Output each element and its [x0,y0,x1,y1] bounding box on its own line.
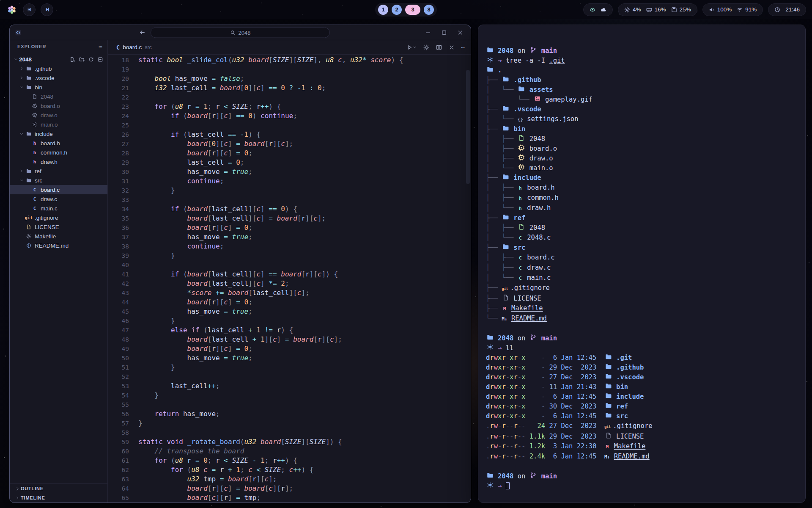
code-line[interactable]: 23 for (u8 r = 1; r < SIZE; r++) { [108,102,471,111]
explorer-item-draw.h[interactable]: hdraw.h [10,157,107,166]
code-line[interactable]: 52 [108,372,471,381]
code-line[interactable]: 54 } [108,391,471,400]
workspace-2[interactable]: 2 [392,5,402,15]
workspace-1[interactable]: 1 [378,5,388,15]
code-line[interactable]: 51 } [108,363,471,372]
close-button[interactable] [457,30,463,36]
code-line[interactable]: 50 has_move = true; [108,353,471,363]
code-line[interactable]: 43 *score += board[last_cell][c]; [108,288,471,298]
code-line[interactable]: 56 return has_move; [108,409,471,419]
explorer-item-include[interactable]: include [10,129,107,138]
maximize-button[interactable] [441,30,447,36]
timeline-section[interactable]: TIMELINE [10,493,107,502]
explorer-item-ref[interactable]: ref [10,166,107,176]
code-line[interactable]: 34 if (board[last_cell][c] == 0) { [108,204,471,214]
code-line[interactable]: 32 } [108,186,471,195]
close-editor-button[interactable] [449,44,455,50]
explorer-item-board.h[interactable]: hboard.h [10,138,107,148]
system-stats-widget[interactable]: 4% 16% 25% [618,3,697,16]
more-actions-button[interactable]: ⋯ [461,44,465,51]
collapse-folders-button[interactable] [98,57,103,62]
explorer-item-bin[interactable]: bin [10,83,107,92]
code-line[interactable]: 60 // transpose the board [108,447,471,456]
split-editor-button[interactable] [436,44,442,50]
explorer-item-main.c[interactable]: Cmain.c [10,204,107,213]
outline-section[interactable]: OUTLINE [10,484,107,493]
back-arrow-icon[interactable] [139,29,145,36]
workspace-8[interactable]: 8 [424,5,434,15]
explorer-item-src[interactable]: src [10,176,107,185]
refresh-explorer-button[interactable] [88,57,94,62]
code-line[interactable]: 62 for (u8 c = r + 1; c < SIZE; c++) { [108,465,471,475]
code-line[interactable]: 18static bool _slide_col(u32 board[SIZE]… [108,55,471,65]
code-line[interactable]: 30 has_move = true; [108,167,471,177]
code-line[interactable]: 33 [108,195,471,204]
explorer-item-.gitignore[interactable]: git.gitignore [10,213,107,222]
editor-scrollbar[interactable] [466,57,470,498]
explorer-item-README.md[interactable]: README.md [10,241,107,250]
explorer-item-draw.o[interactable]: draw.o [10,110,107,120]
explorer-root-folder[interactable]: 2048 [10,55,107,64]
code-editor[interactable]: 18static bool _slide_col(u32 board[SIZE]… [108,55,471,502]
code-line[interactable]: 49 board[r][c] = 0; [108,344,471,353]
code-line[interactable]: 44 board[r][c] = 0; [108,298,471,307]
code-line[interactable]: 48 board[last_cell + 1][c] = board[r][c]… [108,335,471,344]
code-line[interactable]: 39 } [108,251,471,260]
clock-widget[interactable]: 21:46 [768,3,806,16]
code-line[interactable]: 21 i32 last_cell = board[0][c] == 0 ? -1… [108,83,471,93]
explorer-more-button[interactable]: ⋯ [99,43,102,50]
code-line[interactable]: 38 continue; [108,242,471,251]
code-line[interactable]: 29 last_cell = 0; [108,158,471,167]
weather-widget[interactable] [583,3,613,16]
code-line[interactable]: 37 has_move = true; [108,232,471,242]
code-line[interactable]: 19 [108,65,471,74]
code-line[interactable]: 36 board[r][c] = 0; [108,223,471,232]
code-line[interactable]: 40 [108,260,471,270]
code-line[interactable]: 45 has_move = true; [108,307,471,316]
explorer-item-2048[interactable]: 2048 [10,92,107,101]
audio-network-widget[interactable]: 100% 91% [702,3,763,16]
code-line[interactable]: 46 } [108,316,471,326]
code-line[interactable]: 35 board[last_cell][c] = board[r][c]; [108,214,471,223]
code-line[interactable]: 53 last_cell++; [108,381,471,391]
code-line[interactable]: 59static void _rotate_board(u32 board[SI… [108,437,471,447]
run-file-button[interactable] [406,44,417,50]
code-line[interactable]: 61 for (u8 r = 0; r < SIZE - 1; r++) { [108,456,471,465]
titlebar-search[interactable]: 2048 [151,27,330,38]
code-line[interactable]: 58 [108,428,471,437]
explorer-item-common.h[interactable]: hcommon.h [10,148,107,157]
media-next-button[interactable] [41,3,53,16]
minimize-button[interactable] [425,30,431,36]
editor-titlebar[interactable]: 2048 [10,25,471,40]
code-line[interactable]: 47 else if (last_cell + 1 != r) { [108,326,471,335]
code-line[interactable]: 22 [108,93,471,102]
code-line[interactable]: 42 board[last_cell][c] *= 2; [108,279,471,288]
code-line[interactable]: 25 [108,121,471,130]
media-prev-button[interactable] [23,3,36,16]
editor-settings-button[interactable] [423,44,429,50]
new-file-button[interactable] [70,57,75,62]
explorer-item-.vscode[interactable]: .vscode [10,73,107,83]
explorer-item-Makefile[interactable]: Makefile [10,232,107,241]
code-line[interactable]: 55 [108,400,471,409]
code-line[interactable]: 41 if (board[last_cell][c] == board[r][c… [108,270,471,279]
explorer-item-.github[interactable]: .github [10,64,107,73]
code-line[interactable]: 65 board[c][r] = tmp; [108,493,471,502]
tab-board-c[interactable]: C board.c src [112,40,156,54]
explorer-item-LICENSE[interactable]: LICENSE [10,222,107,232]
code-line[interactable]: 26 if (last_cell == -1) { [108,130,471,139]
code-line[interactable]: 64 board[r][c] = board[c][r]; [108,484,471,493]
scrollbar-thumb[interactable] [466,70,470,184]
terminal-output[interactable]: 2048 on main → tree -a -I .git .├── .git… [478,25,805,502]
explorer-item-board.c[interactable]: Cboard.c [10,185,107,194]
code-line[interactable]: 28 board[r][c] = 0; [108,149,471,158]
code-line[interactable]: 31 continue; [108,177,471,186]
code-line[interactable]: 20 bool has_move = false; [108,74,471,83]
code-line[interactable]: 27 board[0][c] = board[r][c]; [108,139,471,149]
explorer-item-draw.c[interactable]: Cdraw.c [10,194,107,204]
workspace-3-active[interactable]: 3 [405,5,420,15]
launcher-button[interactable] [6,4,18,16]
code-line[interactable]: 63 u32 tmp = board[r][c]; [108,475,471,484]
explorer-item-board.o[interactable]: board.o [10,101,107,110]
code-line[interactable]: 57} [108,419,471,428]
